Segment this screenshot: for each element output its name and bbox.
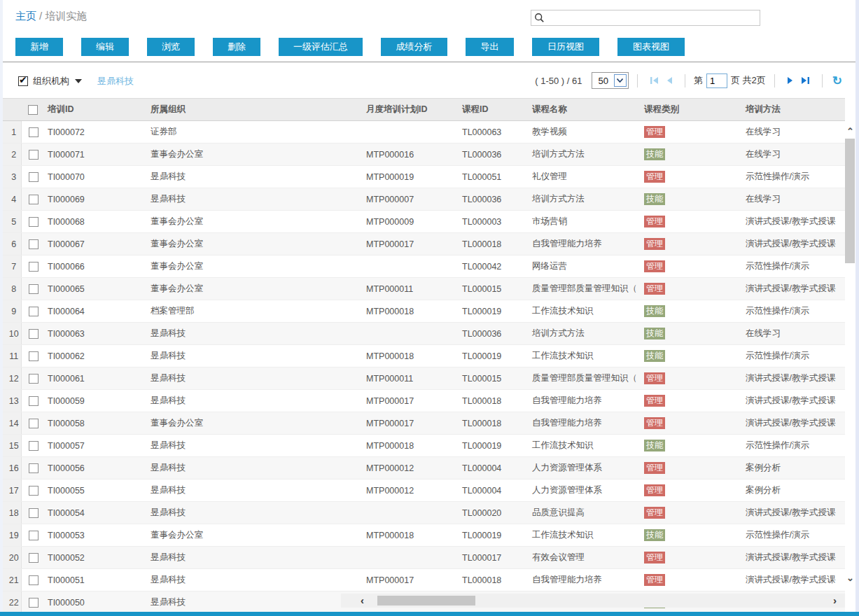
- row-checkbox[interactable]: [29, 351, 39, 361]
- table-row[interactable]: 6 TI000067 董事会办公室 MTP000017 TL000018 自我管…: [0, 233, 845, 255]
- cell-org: 昱鼎科技: [144, 188, 359, 211]
- add-button[interactable]: 新增: [15, 38, 63, 56]
- row-number: 7: [0, 255, 21, 278]
- table-row[interactable]: 7 TI000066 董事会办公室 TL000042 网络运营 管理 示范性操作…: [0, 255, 845, 278]
- chevron-down-icon[interactable]: [75, 79, 82, 83]
- org-filter-checkbox[interactable]: [18, 76, 28, 86]
- table-row[interactable]: 16 TI000056 昱鼎科技 MTP000012 TL000004 人力资源…: [0, 457, 845, 479]
- row-checkbox[interactable]: [29, 150, 39, 160]
- refresh-button[interactable]: ↻: [831, 75, 844, 87]
- row-checkbox[interactable]: [29, 531, 39, 540]
- vertical-scrollbar-thumb[interactable]: [845, 139, 855, 263]
- header-course-id[interactable]: 课程ID: [455, 99, 525, 121]
- table-header-row: 培训ID 所属组织 月度培训计划ID 课程ID 课程名称 课程类别 培训方法: [0, 99, 845, 121]
- edit-button[interactable]: 编辑: [81, 38, 129, 56]
- org-filter-label[interactable]: 组织机构: [33, 75, 69, 88]
- header-method[interactable]: 培训方法: [739, 99, 845, 121]
- export-button[interactable]: 导出: [466, 38, 514, 56]
- table-row[interactable]: 3 TI000070 昱鼎科技 MTP000019 TL000051 礼仪管理 …: [0, 166, 845, 188]
- table-row[interactable]: 11 TI000062 昱鼎科技 MTP000018 TL000019 工作流技…: [0, 345, 845, 368]
- row-checkbox[interactable]: [29, 127, 39, 137]
- row-number: 2: [0, 144, 21, 166]
- level1-evaluation-summary-button[interactable]: 一级评估汇总: [279, 38, 363, 56]
- cell-course-id: TL000019: [455, 300, 525, 323]
- row-checkbox[interactable]: [29, 419, 39, 428]
- row-checkbox[interactable]: [29, 329, 39, 339]
- row-checkbox[interactable]: [29, 262, 39, 272]
- category-badge: 管理: [644, 574, 665, 586]
- cell-plan-id: MTP000011: [359, 368, 455, 390]
- header-org[interactable]: 所属组织: [144, 99, 359, 121]
- view-button[interactable]: 浏览: [147, 38, 195, 56]
- row-checkbox[interactable]: [29, 598, 39, 608]
- page-number-input[interactable]: [706, 74, 727, 88]
- table-row[interactable]: 15 TI000057 昱鼎科技 MTP000018 TL000019 工作流技…: [0, 435, 845, 457]
- horizontal-scrollbar[interactable]: ‹ ›: [341, 594, 845, 608]
- table-row[interactable]: 5 TI000068 董事会办公室 MTP000009 TL000003 市场营…: [0, 211, 845, 233]
- scroll-down-icon[interactable]: ⌄: [844, 573, 856, 584]
- cell-org: 董事会办公室: [144, 255, 359, 278]
- cell-plan-id: MTP000017: [359, 390, 455, 412]
- table-row[interactable]: 2 TI000071 董事会办公室 MTP000016 TL000036 培训方…: [0, 144, 845, 166]
- table-row[interactable]: 21 TI000051 昱鼎科技 MTP000017 TL000018 自我管理…: [0, 569, 845, 592]
- scroll-right-icon[interactable]: ›: [833, 594, 837, 608]
- row-checkbox[interactable]: [29, 553, 39, 563]
- cell-org: 董事会办公室: [144, 144, 359, 166]
- table-row[interactable]: 20 TI000052 昱鼎科技 TL000017 有效会议管理 管理 演讲式授…: [0, 547, 845, 569]
- last-page-button[interactable]: [797, 76, 813, 85]
- table-row[interactable]: 1 TI000072 证券部 TL000063 教学视频 管理 在线学习: [0, 121, 845, 144]
- breadcrumb-home-link[interactable]: 主页: [15, 10, 36, 22]
- cell-method: 在线学习: [739, 188, 845, 211]
- row-checkbox[interactable]: [29, 508, 39, 518]
- header-training-id[interactable]: 培训ID: [41, 99, 144, 121]
- table-row[interactable]: 17 TI000055 昱鼎科技 MTP000012 TL000004 人力资源…: [0, 479, 845, 502]
- row-checkbox[interactable]: [29, 575, 39, 585]
- org-filter-value-link[interactable]: 昱鼎科技: [97, 75, 134, 88]
- row-checkbox[interactable]: [29, 486, 39, 496]
- first-page-button[interactable]: [646, 76, 662, 85]
- prev-page-button[interactable]: [662, 76, 676, 85]
- scroll-up-icon[interactable]: ⌃: [844, 126, 856, 137]
- horizontal-scrollbar-thumb[interactable]: [377, 596, 475, 606]
- row-checkbox[interactable]: [29, 284, 39, 294]
- scroll-left-icon[interactable]: ‹: [361, 594, 364, 608]
- row-checkbox[interactable]: [29, 396, 39, 406]
- score-analysis-button[interactable]: 成绩分析: [381, 38, 447, 56]
- cell-training-id: TI000072: [41, 121, 144, 144]
- cell-org: 昱鼎科技: [144, 345, 359, 368]
- cell-plan-id: [359, 255, 455, 278]
- header-category[interactable]: 课程类别: [637, 99, 739, 121]
- next-page-button[interactable]: [783, 76, 797, 85]
- row-checkbox[interactable]: [29, 239, 39, 249]
- header-plan-id[interactable]: 月度培训计划ID: [359, 99, 455, 121]
- row-checkbox[interactable]: [29, 307, 39, 316]
- table-row[interactable]: 9 TI000064 档案管理部 MTP000018 TL000019 工作流技…: [0, 300, 845, 323]
- row-checkbox[interactable]: [29, 217, 39, 227]
- table-row[interactable]: 10 TI000063 昱鼎科技 TL000036 培训方式方法 技能 在线学习: [0, 323, 845, 345]
- cell-training-id: TI000057: [41, 435, 144, 457]
- table-row[interactable]: 8 TI000065 董事会办公室 MTP000011 TL000015 质量管…: [0, 278, 845, 300]
- row-number: 21: [0, 569, 21, 592]
- search-input[interactable]: [545, 11, 760, 24]
- row-number: 3: [0, 166, 21, 188]
- row-checkbox[interactable]: [29, 441, 39, 451]
- table-row[interactable]: 19 TI000053 董事会办公室 MTP000018 TL000019 工作…: [0, 524, 845, 547]
- row-checkbox[interactable]: [29, 463, 39, 473]
- header-course-name[interactable]: 课程名称: [525, 99, 637, 121]
- delete-button[interactable]: 删除: [213, 38, 260, 56]
- table-row[interactable]: 13 TI000059 昱鼎科技 MTP000017 TL000018 自我管理…: [0, 390, 845, 412]
- row-checkbox[interactable]: [29, 374, 39, 384]
- chart-view-button[interactable]: 图表视图: [617, 38, 685, 56]
- pagination-divider: [685, 74, 685, 88]
- table-row[interactable]: 18 TI000054 昱鼎科技 TL000020 品质意识提高 管理 演讲式授…: [0, 502, 845, 524]
- select-all-checkbox[interactable]: [28, 105, 38, 115]
- calendar-view-button[interactable]: 日历视图: [532, 38, 599, 56]
- row-checkbox[interactable]: [29, 172, 39, 182]
- table-row[interactable]: 12 TI000061 昱鼎科技 MTP000011 TL000015 质量管理…: [0, 368, 845, 390]
- row-number: 18: [0, 502, 21, 524]
- cell-course-id: TL000036: [455, 188, 525, 211]
- row-checkbox[interactable]: [29, 195, 39, 204]
- page-size-select[interactable]: 50: [592, 72, 628, 89]
- table-row[interactable]: 14 TI000058 董事会办公室 MTP000017 TL000018 自我…: [0, 412, 845, 435]
- table-row[interactable]: 4 TI000069 昱鼎科技 MTP000007 TL000036 培训方式方…: [0, 188, 845, 211]
